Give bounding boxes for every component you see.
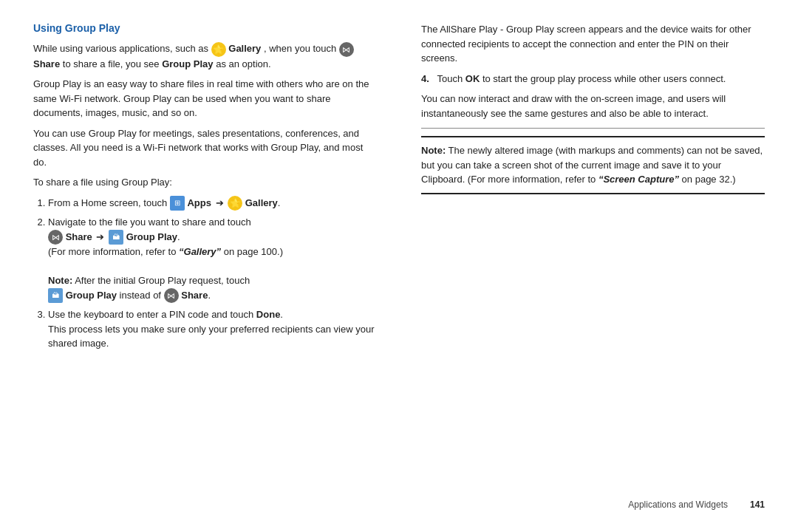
step4-rest: to start the group play process while ot… [482, 73, 726, 84]
gallery-icon: 🌟 [211, 42, 226, 57]
para1-pre: While using various applications, such a… [33, 43, 208, 54]
para1-gallery: Gallery [228, 43, 261, 54]
right-note-end: on page 32.) [682, 174, 736, 185]
para1-groupplay: Group Play [162, 58, 213, 69]
step1-apps: Apps [187, 197, 211, 208]
para1: While using various applications, such a… [33, 41, 377, 71]
para4: To share a file using Group Play: [33, 175, 377, 190]
step-3: Use the keyboard to enter a PIN code and… [48, 307, 377, 351]
para3: You can use Group Play for meetings, sal… [33, 126, 377, 170]
note-label-1: Note: [48, 275, 72, 286]
step4-para: You can now interact and draw with the o… [421, 92, 765, 120]
note-share: Share [181, 290, 208, 301]
step4-label: 4. [421, 73, 429, 84]
share-icon-2: ⋈ [48, 230, 63, 245]
share-icon-3: ⋈ [164, 288, 179, 303]
step1-gallery: Gallery [245, 197, 278, 208]
page: Using Group Play While using various app… [0, 0, 798, 532]
left-column: Using Group Play While using various app… [33, 22, 384, 492]
step4: 4. Touch OK to start the group play proc… [421, 72, 765, 86]
step4-ok: OK [466, 73, 480, 84]
groupplay-icon-1: 🏔 [109, 230, 123, 245]
step3-para: This process lets you make sure only you… [48, 324, 374, 349]
step2-share: Share [66, 231, 92, 242]
step-2: Navigate to the file you want to share a… [48, 215, 377, 303]
step-1: From a Home screen, touch ⊞ Apps ➔ 🌟 Gal… [48, 196, 377, 211]
right-column: The AllShare Play - Group Play screen ap… [414, 22, 765, 492]
step4-pre: Touch [437, 73, 463, 84]
steps-list: From a Home screen, touch ⊞ Apps ➔ 🌟 Gal… [48, 196, 377, 351]
para1-mid: , when you touch [264, 43, 336, 54]
section-title: Using Group Play [33, 22, 377, 34]
note-text-1: After the initial Group Play request, to… [75, 275, 250, 286]
gallery-icon-2: 🌟 [228, 196, 242, 211]
step2-note: (For more information, refer to “Gallery… [48, 246, 283, 257]
para2: Group Play is an easy way to share files… [33, 77, 377, 120]
step1-pre: From a Home screen, touch [48, 197, 167, 208]
right-note-italic: “Screen Capture” [598, 174, 679, 185]
footer-page-number: 141 [750, 499, 765, 510]
content-area: Using Group Play While using various app… [33, 22, 765, 492]
divider [421, 128, 765, 129]
share-icon-1: ⋈ [339, 42, 354, 57]
right-para1: The AllShare Play - Group Play screen ap… [421, 22, 765, 66]
para1-tail: as an option. [216, 58, 270, 69]
para1-share: Share [33, 58, 60, 69]
step3-pre: Use the keyboard to enter a PIN code and… [48, 309, 253, 320]
apps-icon: ⊞ [170, 196, 185, 211]
footer: Applications and Widgets 141 [33, 492, 765, 510]
step2-groupplay: Group Play [126, 231, 177, 242]
groupplay-icon-2: 🏔 [48, 288, 63, 303]
right-note-label: Note: [421, 145, 446, 156]
note-instead: instead of [120, 290, 161, 301]
step3-done: Done [256, 309, 281, 320]
note-groupplay: Group Play [66, 290, 117, 301]
note-section: Note: The newly altered image (with mark… [421, 136, 765, 194]
step2-pre: Navigate to the file you want to share a… [48, 216, 251, 228]
para1-end: to share a file, you see [63, 58, 160, 69]
footer-section-label: Applications and Widgets [628, 499, 728, 510]
